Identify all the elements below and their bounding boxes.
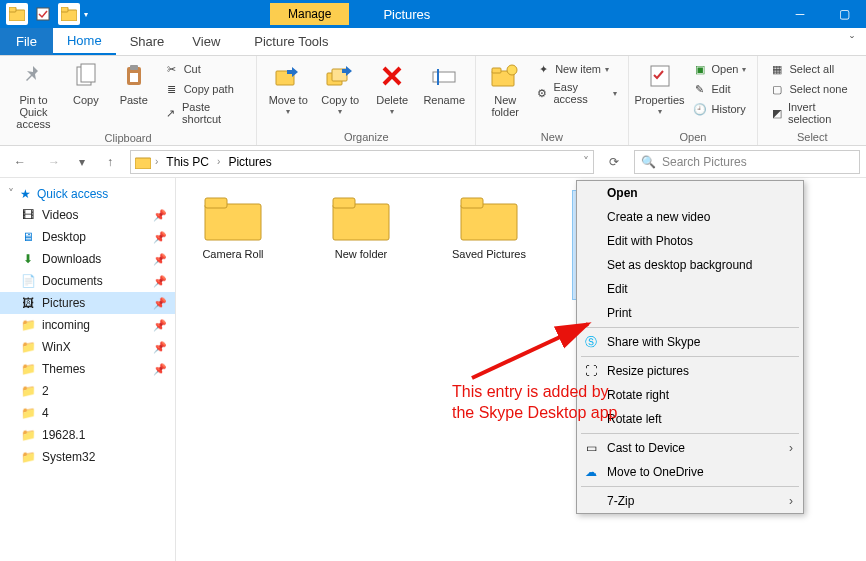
ctx-edit[interactable]: Edit [577, 277, 803, 301]
sidebar-item-themes[interactable]: 📁Themes📌 [0, 358, 175, 380]
ctx-edit-with-photos[interactable]: Edit with Photos [577, 229, 803, 253]
label: Move to [269, 94, 308, 106]
copy-icon [70, 60, 102, 92]
address-bar[interactable]: › This PC › Pictures ˅ [130, 150, 594, 174]
svg-rect-6 [81, 64, 95, 82]
maximize-button[interactable]: ▢ [822, 0, 866, 28]
move-to-button[interactable]: Move to▾ [265, 60, 311, 117]
title-bar: ▾ Manage Pictures ─ ▢ [0, 0, 866, 28]
ctx-print[interactable]: Print [577, 301, 803, 325]
tab-share[interactable]: Share [116, 28, 179, 55]
rename-button[interactable]: Rename [421, 60, 467, 106]
sidebar-quick-access[interactable]: ˅ ★ Quick access [0, 184, 175, 204]
sidebar-item-documents[interactable]: 📄Documents📌 [0, 270, 175, 292]
main-area: ˅ ★ Quick access 🎞Videos📌 🖥Desktop📌 ⬇Dow… [0, 178, 866, 561]
delete-button[interactable]: Delete▾ [369, 60, 415, 117]
breadcrumb[interactable]: This PC [162, 155, 213, 169]
group-new: New folder ✦New item ▾ ⚙Easy access ▾ Ne… [476, 56, 628, 145]
breadcrumb[interactable]: Pictures [224, 155, 275, 169]
paste-button[interactable]: Paste [113, 60, 155, 106]
select-all-button[interactable]: ▦Select all [766, 60, 858, 78]
cast-icon: ▭ [583, 441, 599, 455]
paste-shortcut-button[interactable]: ↗Paste shortcut [161, 100, 249, 126]
folder-camera-roll[interactable]: Camera Roll [188, 190, 278, 300]
select-none-button[interactable]: ▢Select none [766, 80, 858, 98]
ctx-share-with-skype[interactable]: ⓈShare with Skype [577, 330, 803, 354]
ctx-7zip[interactable]: 7-Zip› [577, 489, 803, 513]
qat-dropdown-icon[interactable]: ▾ [84, 10, 88, 19]
select-all-icon: ▦ [769, 61, 785, 77]
new-folder-button[interactable]: New folder [484, 60, 526, 118]
copy-to-button[interactable]: Copy to▾ [317, 60, 363, 117]
sidebar-item-winx[interactable]: 📁WinX📌 [0, 336, 175, 358]
label: New folder [484, 94, 526, 118]
svg-rect-1 [9, 7, 16, 12]
copy-button[interactable]: Copy [65, 60, 107, 106]
ctx-create-new-video[interactable]: Create a new video [577, 205, 803, 229]
label: Paste [120, 94, 148, 106]
cut-button[interactable]: ✂Cut [161, 60, 249, 78]
ctx-cast-to-device[interactable]: ▭Cast to Device› [577, 436, 803, 460]
search-input[interactable]: 🔍 Search Pictures [634, 150, 860, 174]
recent-locations-button[interactable]: ▾ [74, 150, 90, 174]
collapse-ribbon-icon[interactable]: ˇ [838, 28, 866, 55]
ctx-open[interactable]: Open [577, 181, 803, 205]
open-button[interactable]: ▣Open ▾ [689, 60, 750, 78]
ctx-move-to-onedrive[interactable]: ☁Move to OneDrive [577, 460, 803, 484]
tab-view[interactable]: View [178, 28, 234, 55]
tab-picture-tools[interactable]: Picture Tools [240, 28, 342, 55]
minimize-button[interactable]: ─ [778, 0, 822, 28]
sidebar-item-videos[interactable]: 🎞Videos📌 [0, 204, 175, 226]
address-bar-row: ← → ▾ ↑ › This PC › Pictures ˅ ⟳ 🔍 Searc… [0, 146, 866, 178]
group-label: New [484, 129, 619, 143]
folder-new-folder[interactable]: New folder [316, 190, 406, 300]
sidebar-item-4[interactable]: 📁4 [0, 402, 175, 424]
label: Rename [423, 94, 465, 106]
paste-icon [118, 60, 150, 92]
ctx-resize-pictures[interactable]: ⛶Resize pictures [577, 359, 803, 383]
tab-home[interactable]: Home [53, 28, 116, 55]
sidebar-item-19628[interactable]: 📁19628.1 [0, 424, 175, 446]
invert-selection-button[interactable]: ◩Invert selection [766, 100, 858, 126]
forward-button[interactable]: → [40, 150, 68, 174]
sidebar-item-pictures[interactable]: 🖼Pictures📌 [0, 292, 175, 314]
pin-to-quick-access-button[interactable]: Pin to Quick access [8, 60, 59, 130]
ctx-set-as-background[interactable]: Set as desktop background [577, 253, 803, 277]
up-button[interactable]: ↑ [96, 150, 124, 174]
folder-saved-pictures[interactable]: Saved Pictures [444, 190, 534, 300]
label: Copy to [321, 94, 359, 106]
properties-button[interactable]: Properties▾ [637, 60, 683, 117]
chevron-down-icon[interactable]: ˅ [583, 155, 589, 169]
group-organize: Move to▾ Copy to▾ Delete▾ Rename Organiz… [257, 56, 476, 145]
chevron-right-icon: › [789, 494, 793, 508]
tab-file[interactable]: File [0, 28, 53, 55]
back-button[interactable]: ← [6, 150, 34, 174]
properties-icon[interactable] [32, 3, 54, 25]
edit-button[interactable]: ✎Edit [689, 80, 750, 98]
sidebar-item-desktop[interactable]: 🖥Desktop📌 [0, 226, 175, 248]
file-list[interactable]: Camera Roll New folder Saved Pictures An… [176, 178, 866, 561]
chevron-right-icon[interactable]: › [155, 156, 158, 167]
folder-icon: 📁 [20, 383, 36, 399]
svg-rect-25 [461, 198, 483, 208]
history-icon: 🕘 [692, 101, 708, 117]
context-menu: Open Create a new video Edit with Photos… [576, 180, 804, 514]
folder-icon: 📁 [20, 449, 36, 465]
sidebar-item-incoming[interactable]: 📁incoming📌 [0, 314, 175, 336]
chevron-down-icon: ˅ [8, 187, 14, 201]
group-clipboard: Pin to Quick access Copy Paste ✂Cut ≣Cop… [0, 56, 257, 145]
sidebar-item-system32[interactable]: 📁System32 [0, 446, 175, 468]
new-item-button[interactable]: ✦New item ▾ [532, 60, 619, 78]
chevron-right-icon[interactable]: › [217, 156, 220, 167]
history-button[interactable]: 🕘History [689, 100, 750, 118]
copy-path-button[interactable]: ≣Copy path [161, 80, 249, 98]
sidebar-item-2[interactable]: 📁2 [0, 380, 175, 402]
sidebar-item-downloads[interactable]: ⬇Downloads📌 [0, 248, 175, 270]
folder-icon: 📁 [20, 317, 36, 333]
svg-rect-23 [333, 198, 355, 208]
folder-icon[interactable] [58, 3, 80, 25]
refresh-button[interactable]: ⟳ [600, 150, 628, 174]
pin-icon [17, 60, 49, 92]
easy-access-button[interactable]: ⚙Easy access ▾ [532, 80, 619, 106]
svg-rect-24 [461, 204, 517, 240]
